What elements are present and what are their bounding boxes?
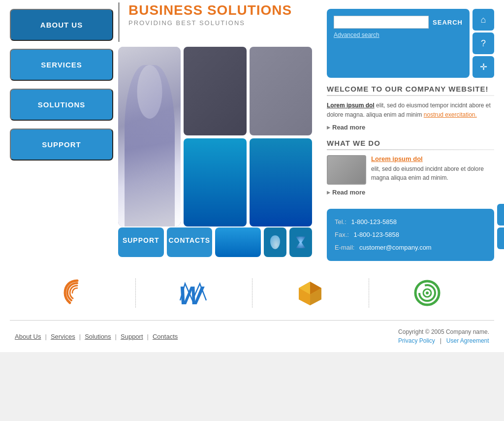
whatwedo-read-more[interactable]: Read more xyxy=(327,189,494,196)
whatwedo-text: Lorem ipsum dol elit, sed do eiusmod inc… xyxy=(371,155,494,182)
help-icon-btn[interactable]: ? xyxy=(472,32,494,54)
whatwedo-item-body: elit, sed do eiusmod incidnt abore et do… xyxy=(371,164,494,182)
welcome-title: WELCOME TO OUR COMPANY WEBSITE! xyxy=(327,85,494,93)
search-area: SEARCH Advanced search ⌂ ? ✛ xyxy=(327,9,494,78)
contact-fax-row: Fax.: 1-800-123-5858 xyxy=(335,228,486,241)
right-sidebar: SEARCH Advanced search ⌂ ? ✛ WELCOME TO … xyxy=(317,0,494,261)
nav-services[interactable]: SERVICES xyxy=(10,49,113,81)
crosshair-icon-btn[interactable]: ✛ xyxy=(472,56,494,78)
footer-link-services[interactable]: Services xyxy=(51,333,75,340)
contact-area: Tel.: 1-800-123-5858 Fax.: 1-800-123-585… xyxy=(327,204,494,261)
svg-point-9 xyxy=(426,291,429,294)
email-value: customer@company.com xyxy=(359,244,432,251)
logo-orange-swirl[interactable] xyxy=(60,276,94,310)
fax-value: 1-800-123-5858 xyxy=(354,231,400,238)
footer-right: Copyright © 2005 Company name. Privacy P… xyxy=(398,328,489,344)
image-person-main xyxy=(118,47,181,227)
nav-support[interactable]: SUPPORT xyxy=(10,129,113,161)
image-blue-wave xyxy=(250,138,312,227)
contact-email-row: E-mail: customer@company.com xyxy=(335,241,486,254)
brand-subtitle: PROVIDING BEST SOLUTIONS xyxy=(128,19,292,27)
footer-link-support[interactable]: Support xyxy=(121,333,143,340)
tel-label: Tel.: xyxy=(335,218,346,226)
logo-divider-2 xyxy=(252,278,252,308)
logos-section: W xyxy=(10,266,494,321)
footer-privacy[interactable]: Privacy Policy xyxy=(398,337,435,344)
footer-copyright: Copyright © 2005 Company name. xyxy=(398,328,489,335)
whatwedo-section: WHAT WE DO Lorem ipsum dol elit, sed do … xyxy=(327,139,494,196)
right-icon-panel: ⌂ ? ✛ xyxy=(472,9,494,78)
nav-contacts[interactable]: CONTACTS xyxy=(167,227,213,257)
image-dark-1 xyxy=(184,47,246,135)
footer-links: Privacy Policy | User Agreement xyxy=(398,337,489,344)
whatwedo-item-title[interactable]: Lorem ipsum dol xyxy=(371,155,494,162)
search-input[interactable] xyxy=(334,16,429,29)
logo-blue-w[interactable]: W xyxy=(177,276,211,310)
whatwedo-divider xyxy=(327,149,494,150)
advanced-search-link[interactable]: Advanced search xyxy=(334,32,463,38)
tel-value: 1-800-123-5858 xyxy=(351,218,397,226)
nav-support-bottom[interactable]: SUPPORT xyxy=(118,227,164,257)
nav-contacts-btn[interactable] xyxy=(184,138,246,227)
logo-divider-3 xyxy=(369,278,369,308)
contact-tel-row: Tel.: 1-800-123-5858 xyxy=(335,216,486,228)
brand-divider xyxy=(118,2,120,42)
welcome-divider xyxy=(327,95,494,96)
center-content: BUSINESS SOLUTIONS PROVIDING BEST SOLUTI… xyxy=(113,0,317,261)
blue-tile-hourglass xyxy=(289,227,312,257)
logo-gold-cube[interactable] xyxy=(293,276,328,310)
nav-about-us[interactable]: ABOUT US xyxy=(10,9,113,41)
home-icon-btn[interactable]: ⌂ xyxy=(472,9,494,31)
left-navigation: ABOUT US SERVICES SOLUTIONS SUPPORT xyxy=(10,0,113,261)
welcome-section: WELCOME TO OUR COMPANY WEBSITE! Lorem ip… xyxy=(327,85,494,131)
footer-link-contacts[interactable]: Contacts xyxy=(153,333,178,340)
search-button[interactable]: SEARCH xyxy=(433,19,463,26)
whatwedo-item: Lorem ipsum dol elit, sed do eiusmod inc… xyxy=(327,155,494,185)
fax-label: Fax.: xyxy=(335,231,349,238)
search-box: SEARCH Advanced search xyxy=(327,9,470,78)
footer: About Us | Services | Solutions | Suppor… xyxy=(0,321,504,352)
welcome-body: Lorem ipsum dol elit, sed do eiusmod tem… xyxy=(327,101,494,120)
contact-icon-2 xyxy=(497,227,504,249)
nav-solutions[interactable]: SOLUTIONS xyxy=(10,89,113,121)
brand-title: BUSINESS SOLUTIONS xyxy=(128,2,292,18)
logo-green-spiral[interactable] xyxy=(410,276,444,310)
welcome-bold: Lorem ipsum dol xyxy=(327,102,375,109)
footer-link-solutions[interactable]: Solutions xyxy=(85,333,111,340)
logo-divider-1 xyxy=(135,278,136,308)
brand-header: BUSINESS SOLUTIONS PROVIDING BEST SOLUTI… xyxy=(113,0,317,42)
whatwedo-thumbnail xyxy=(327,155,366,185)
footer-nav: About Us | Services | Solutions | Suppor… xyxy=(15,333,178,340)
footer-link-about[interactable]: About Us xyxy=(15,333,41,340)
email-label: E-mail: xyxy=(335,244,354,251)
brand-text: BUSINESS SOLUTIONS PROVIDING BEST SOLUTI… xyxy=(128,2,292,27)
footer-agreement[interactable]: User Agreement xyxy=(446,337,489,344)
contact-icon-1 xyxy=(497,204,504,226)
contact-panel: Tel.: 1-800-123-5858 Fax.: 1-800-123-585… xyxy=(327,209,494,261)
whatwedo-title: WHAT WE DO xyxy=(327,139,494,147)
welcome-read-more[interactable]: Read more xyxy=(327,124,494,131)
welcome-link[interactable]: nostrud exercitation. xyxy=(424,111,477,118)
image-gray-1 xyxy=(250,47,312,135)
blue-tile-1 xyxy=(215,227,261,257)
blue-tile-drop xyxy=(264,227,286,257)
